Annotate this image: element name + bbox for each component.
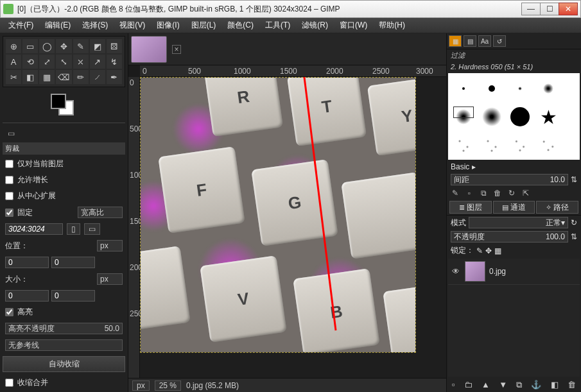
history-tab[interactable]: ↺ [493,35,506,47]
mode-select[interactable]: 正常 ▾ [469,217,568,228]
brushes-tab[interactable]: ▦ [449,35,462,47]
ratio-input[interactable] [5,223,63,235]
brush-item[interactable] [506,74,534,103]
visibility-icon[interactable]: 👁 [451,267,461,276]
fg-color[interactable] [51,94,66,109]
layer-row[interactable]: 👁 0.jpg [448,259,580,285]
edit-brush-icon[interactable]: ✎ [449,188,461,198]
tool-move[interactable]: ⊕ [6,39,21,53]
menu-edit[interactable]: 编辑(E) [42,19,74,32]
menu-windows[interactable]: 窗口(W) [336,19,370,32]
tool-smudge[interactable]: ▦ [39,70,55,84]
brush-item[interactable] [478,131,506,159]
tool-options-tab[interactable]: ▭ [5,128,17,139]
tool-fuzzy[interactable]: ✎ [73,39,89,53]
tool-pencil[interactable]: ⤫ [73,55,89,69]
brush-item[interactable] [478,103,506,131]
ruler-vertical[interactable]: 0 500 1000 1500 2000 2500 [128,77,140,378]
channels-tab[interactable]: ▤ 通道 [493,201,535,214]
layer-thumbnail[interactable] [465,261,485,282]
close-button[interactable]: ✕ [559,3,578,15]
tool-bucket[interactable]: ⤢ [39,55,55,69]
shrink-merge-check[interactable] [5,379,13,387]
pos-y-input[interactable] [51,257,95,268]
status-zoom[interactable]: 25 % [155,380,181,391]
filter-label[interactable]: 过滤 [447,49,581,62]
tool-transform[interactable]: ⚄ [107,39,122,53]
del-brush-icon[interactable]: 🗑 [492,188,503,198]
tool-paint[interactable]: ↗ [90,55,105,69]
tool-measure[interactable]: ⟋ [90,70,105,84]
layers-tab[interactable]: ≣ 图层 [449,201,492,214]
new-brush-icon[interactable]: ▫ [464,188,475,198]
menu-file[interactable]: 文件(F) [5,19,37,32]
fixed-mode-select[interactable]: 宽高比 [78,207,123,218]
tool-crop[interactable]: ◩ [90,39,105,53]
new-group-icon[interactable]: 🗀 [464,380,473,390]
menu-select[interactable]: 选择(S) [79,19,111,32]
size-unit-select[interactable]: px [97,273,123,285]
fg-bg-swatch[interactable] [48,92,80,116]
brush-item[interactable]: ★ [534,103,562,131]
tool-text[interactable]: A [6,55,21,69]
lock-pixels-icon[interactable]: ✎ [476,246,483,255]
raise-layer-icon[interactable]: ▲ [481,380,490,390]
lock-alpha-icon[interactable]: ▦ [494,246,501,255]
tool-ellipse[interactable]: ◯ [39,39,55,53]
brush-item[interactable] [478,74,506,103]
opacity-spin-icon[interactable]: ⇅ [571,232,577,241]
brush-preset-label[interactable]: Basic ▸ [451,162,476,171]
refresh-brush-icon[interactable]: ↻ [506,188,517,198]
fixed-check[interactable] [5,209,13,217]
dup-brush-icon[interactable]: ⧉ [478,188,489,198]
tool-warp[interactable]: ⟲ [22,55,38,69]
spacing-slider[interactable]: 间距10.0 [451,174,568,185]
paths-tab[interactable]: ✧ 路径 [536,201,578,214]
menu-tools[interactable]: 工具(T) [262,19,293,32]
expand-center-check[interactable] [5,192,13,200]
allow-grow-check[interactable] [5,176,13,184]
image-tab-0[interactable] [131,36,167,63]
tool-dodge[interactable]: ⌫ [56,70,71,84]
menu-layer[interactable]: 图层(L) [188,19,220,32]
brush-item[interactable] [506,103,534,131]
lower-layer-icon[interactable]: ▼ [499,380,507,390]
size-y-input[interactable] [51,290,95,302]
brush-item[interactable] [449,74,478,103]
tool-gradient[interactable]: ⤡ [56,55,71,69]
guides-select[interactable]: 无参考线 [5,339,123,351]
ruler-horizontal[interactable]: 0 500 1000 1500 2000 2500 3000 [140,65,446,77]
close-image-tab[interactable]: × [172,45,181,54]
menu-color[interactable]: 颜色(C) [224,19,257,32]
menu-image[interactable]: 图像(I) [153,19,182,32]
tool-clone[interactable]: ✂ [6,70,21,84]
brush-item[interactable] [534,131,562,159]
status-unit[interactable]: px [132,380,150,391]
tool-erase[interactable]: ↯ [107,55,122,69]
new-layer-icon[interactable]: ▫ [452,380,455,390]
maximize-button[interactable]: ☐ [540,3,559,15]
tool-rect[interactable]: ▭ [22,39,38,53]
autoshrink-button[interactable]: 自动收缩 [3,356,125,372]
merge-layer-icon[interactable]: ⚓ [531,380,541,390]
position-unit-select[interactable]: px [97,240,123,251]
tool-heal[interactable]: ◧ [22,70,38,84]
tool-zoom[interactable]: ✒ [107,70,122,84]
canvas[interactable]: R T Y F G V B [140,77,446,378]
dup-layer-icon[interactable]: ⧉ [516,380,522,390]
ratio-portrait-button[interactable]: ▯ [67,223,80,235]
brush-item[interactable] [534,74,562,103]
brush-item[interactable] [449,131,478,159]
only-current-layer-check[interactable] [5,160,13,168]
size-x-input[interactable] [5,290,49,302]
delete-layer-icon[interactable]: 🗑 [568,380,576,390]
ratio-landscape-button[interactable]: ▭ [84,223,100,235]
brush-item[interactable] [506,131,534,159]
open-brush-icon[interactable]: ⇱ [520,188,532,198]
opacity-slider[interactable]: 不透明度100.0 [451,231,568,243]
menu-view[interactable]: 视图(V) [116,19,148,32]
layer-name[interactable]: 0.jpg [489,267,506,276]
lock-position-icon[interactable]: ✥ [485,246,492,255]
tool-free[interactable]: ✥ [56,39,71,53]
fonts-tab[interactable]: Aa [478,35,491,47]
